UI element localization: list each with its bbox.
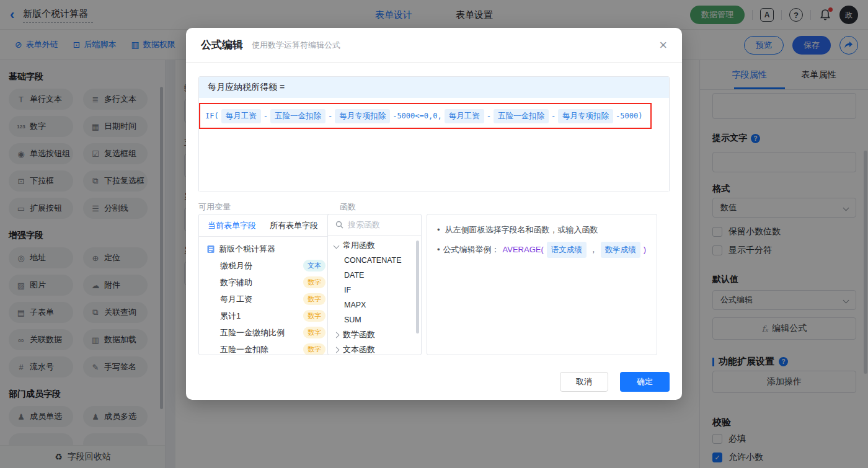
variable-type-badge: 数字 [303,293,326,305]
confirm-button[interactable]: 确定 [620,372,670,392]
formula-code: - [551,112,556,120]
chevron-down-icon [334,242,340,249]
help-panel: • 从左侧面板选择字段名和函数，或输入函数 • 公式编辑举例： AVERAGE(… [427,214,657,355]
formula-field-chip[interactable]: 每月工资 [445,109,484,123]
help-line-2: • 公式编辑举例： AVERAGE( 语文成绩 ， 数学成绩 ) [437,242,647,258]
modal-title: 公式编辑 [201,38,243,52]
functions-label: 函数 [340,201,356,213]
formula-field-chip[interactable]: 每月专项扣除 [558,109,613,123]
variables-label: 可用变量 [198,201,231,213]
variable-row[interactable]: 累计1数字 [206,307,334,324]
variable-type-badge: 文本 [303,260,326,272]
formula-code: - [487,112,491,120]
variable-row[interactable]: 每月工资数字 [206,291,334,307]
variable-name: 每月工资 [220,294,252,305]
search-placeholder: 搜索函数 [348,219,380,231]
variable-row[interactable]: 缴税月份文本 [206,257,334,274]
variable-type-badge: 数字 [303,310,326,322]
variable-name: 数字辅助 [220,277,252,288]
functions-scrollbar[interactable] [416,241,419,333]
formula-code: - [264,112,268,120]
function-item-SUM[interactable]: SUM [328,312,421,327]
function-tree: 常用函数CONCATENATEDATEIFMAPXSUM数学函数文本函数 [328,236,421,355]
modal-subtitle: 使用数学运算符编辑公式 [252,40,340,51]
function-group-label: 常用函数 [343,240,375,251]
form-doc-icon [206,245,215,254]
formula-target-text: 每月应纳税所得额 = [208,82,285,93]
modal-header: 公式编辑 使用数学运算符编辑公式 × [186,28,682,63]
function-search[interactable]: 搜索函数 [328,214,421,236]
formula-editor-modal: 公式编辑 使用数学运算符编辑公式 × 每月应纳税所得额 = IF(每月工资-五险… [186,28,682,400]
formula-target-header: 每月应纳税所得额 = [199,77,669,98]
function-item-MAPX[interactable]: MAPX [328,298,421,312]
chevron-right-icon [334,332,340,338]
example-function: AVERAGE( [503,243,544,257]
function-group-label: 文本函数 [343,344,375,355]
formula-code: - [328,112,332,120]
function-group-数学函数[interactable]: 数学函数 [328,327,421,342]
formula-field-chip[interactable]: 每月专项扣除 [335,109,390,123]
function-group-label: 数学函数 [343,329,375,340]
close-icon[interactable]: × [659,38,667,52]
help-line-1: • 从左侧面板选择字段名和函数，或输入函数 [437,223,647,237]
variables-tab-所有表单字段[interactable]: 所有表单字段 [270,220,318,231]
variable-rows: 缴税月份文本数字辅助数字每月工资数字累计1数字五险一金缴纳比例数字五险一金扣除数… [206,257,334,355]
function-item-IF[interactable]: IF [328,283,421,298]
variables-tree: 新版个税计算器 缴税月份文本数字辅助数字每月工资数字累计1数字五险一金缴纳比例数… [199,237,334,355]
chevron-right-icon [334,347,340,353]
example-field-chip: 语文成绩 [547,242,587,258]
modal-footer: 取消 确定 [186,360,682,400]
variables-panel: 当前表单字段所有表单字段 新版个税计算器 缴税月份文本数字辅助数字每月工资数字累… [198,214,335,355]
variable-type-badge: 数字 [303,276,326,288]
variable-name: 五险一金扣除 [220,344,268,355]
variable-name: 累计1 [220,311,241,322]
cancel-button[interactable]: 取消 [560,372,608,392]
variable-name: 五险一金缴纳比例 [220,327,285,338]
tree-root[interactable]: 新版个税计算器 [206,241,334,257]
variables-tabs: 当前表单字段所有表单字段 [199,214,334,237]
variables-tab-当前表单字段[interactable]: 当前表单字段 [208,220,256,231]
formula-editor-area[interactable]: IF(每月工资-五险一金扣除-每月专项扣除-5000<=0,0,每月工资-五险一… [199,98,669,192]
variable-row[interactable]: 数字辅助数字 [206,274,334,291]
variable-type-badge: 数字 [303,327,326,338]
function-group-文本函数[interactable]: 文本函数 [328,342,421,355]
tree-root-label: 新版个税计算器 [219,244,275,255]
function-item-DATE[interactable]: DATE [328,268,421,283]
example-field-chip: 数学成绩 [601,242,640,258]
formula-field-chip[interactable]: 五险一金扣除 [270,109,326,123]
search-icon [335,221,343,229]
app-window: ‹ 新版个税计算器 表单设计表单设置 数据管理 A ? 政 ⊘表单外链⊡后端脚本… [0,0,868,468]
formula-field-chip[interactable]: 每月工资 [221,109,261,123]
formula-code: -5000) [616,112,642,120]
formula-code: -5000<=0,0, [392,112,441,120]
formula-code: IF( [205,112,219,120]
example-close-paren: ) [644,243,646,257]
formula-editor-box: 每月应纳税所得额 = IF(每月工资-五险一金扣除-每月专项扣除-5000<=0… [198,76,670,192]
variable-row[interactable]: 五险一金扣除数字 [206,341,334,355]
variable-name: 缴税月份 [220,260,252,272]
functions-panel: 搜索函数 常用函数CONCATENATEDATEIFMAPXSUM数学函数文本函… [327,214,422,355]
formula-field-chip[interactable]: 五险一金扣除 [494,109,549,123]
function-item-CONCATENATE[interactable]: CONCATENATE [328,253,421,268]
formula-highlight: IF(每月工资-五险一金扣除-每月专项扣除-5000<=0,0,每月工资-五险一… [199,103,652,129]
variable-type-badge: 数字 [303,343,326,355]
variable-row[interactable]: 五险一金缴纳比例数字 [206,324,334,341]
function-group-常用函数[interactable]: 常用函数 [328,238,421,253]
